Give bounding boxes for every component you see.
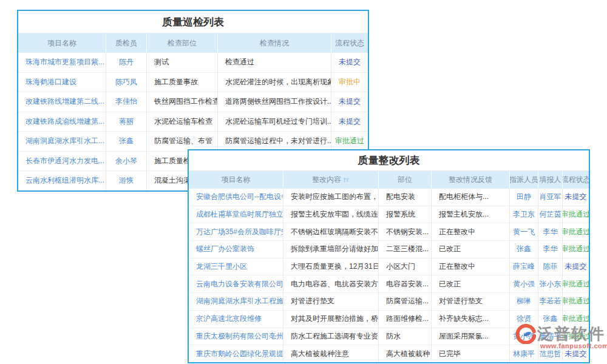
- column-header-status[interactable]: 流程状态: [563, 171, 589, 189]
- project-name-link[interactable]: 改建铁路线增建第二线...: [18, 92, 106, 112]
- fanpu-logo-icon: [516, 324, 536, 344]
- reporter-name-link[interactable]: 陈菲: [538, 258, 563, 275]
- status-badge: 审批通过: [563, 206, 589, 223]
- status-badge: 审批通过: [331, 132, 368, 151]
- rectify-content-text: 防水工程施工选调有专业资质...: [283, 328, 379, 345]
- watermark: 泛普软件 www.fanpusoft.com: [516, 323, 607, 349]
- assignee-name-link[interactable]: 张鑫: [510, 241, 538, 258]
- rectification-table-title: 质量整改列表: [189, 150, 589, 171]
- column-header-label: 整改情况反馈: [449, 175, 492, 185]
- status-badge: 审批通过: [563, 223, 589, 240]
- table-row[interactable]: 云南电力设备安装有限公司20...电力电容器、电抗器安装方案,...电容器安装.…: [189, 275, 589, 293]
- inspection-situation-text: 水泥砼运输车司机经过专门培训...: [218, 112, 331, 132]
- sort-icon[interactable]: [343, 177, 350, 183]
- project-name-link[interactable]: 螺丝厂办公室装饰: [189, 241, 283, 258]
- table-row[interactable]: 龙湖三千里小区大理石质量更换，12月31日之...小区大门正在整改中薛宝峰陈菲未…: [189, 258, 589, 276]
- rectify-content-text: 电力电容器、电抗器安装方案,...: [283, 275, 379, 292]
- part-text: 高大植被栽种: [379, 345, 432, 362]
- project-name-link[interactable]: 湖南洞庭湖水库引水工...: [18, 132, 106, 151]
- project-name-link[interactable]: 京沪高速北京段维修: [189, 311, 283, 328]
- watermark-brand-text: 泛普软件: [537, 323, 605, 345]
- feedback-text: 补齐缺失标志...: [432, 311, 510, 328]
- inspector-name-link[interactable]: 陈巧凤: [106, 73, 147, 92]
- table-row[interactable]: 珠海市城市更新项目紫...陈丹测试检查通过未提交: [18, 53, 368, 73]
- assignee-name-link[interactable]: 田静: [510, 189, 538, 206]
- project-name-link[interactable]: 改建铁路成渝线增建第...: [18, 112, 106, 132]
- column-header-part[interactable]: 检查部位: [147, 33, 218, 53]
- assignee-name-link[interactable]: 黄小强: [510, 275, 538, 292]
- column-header-label: 整改内容: [312, 175, 341, 185]
- column-header-feedback[interactable]: 整改情况反馈: [432, 171, 510, 189]
- reporter-name-link[interactable]: 肖亚军: [538, 189, 563, 206]
- column-header-label: 检查部位: [168, 38, 197, 49]
- part-text: 报警系统: [379, 206, 432, 223]
- inspector-name-link[interactable]: 蒋丽: [106, 112, 147, 132]
- status-badge: 未提交: [331, 112, 368, 132]
- project-name-link[interactable]: 龙湖三千里小区: [189, 258, 283, 275]
- reporter-name-link[interactable]: 李华: [538, 223, 563, 240]
- project-name-link[interactable]: 云南水利枢纽潜明水库...: [18, 171, 106, 190]
- rectify-content-text: 大理石质量更换，12月31日之...: [283, 258, 379, 275]
- reporter-name-link[interactable]: 张小东: [538, 275, 563, 292]
- table-row[interactable]: 螺丝厂办公室装饰拆除到承重墙部分请做好加固...二至三楼混...已改正张鑫李华审…: [189, 241, 589, 258]
- project-name-link[interactable]: 万达广场35#会所及咖啡厅空...: [189, 223, 283, 240]
- table-row[interactable]: 成都杜甫草堂临时展厅独立展...报警主机安放牢固，线缆连接...报警系统报警主机…: [189, 206, 589, 224]
- inspection-part-text: 铁丝网围挡工作检查: [147, 92, 218, 112]
- inspection-part-text: 水泥砼运输车检查: [147, 112, 218, 132]
- column-header-reporter[interactable]: 填报人: [538, 171, 563, 189]
- inspector-name-link[interactable]: 游恢: [106, 171, 147, 190]
- reporter-name-link[interactable]: 何芷茵: [538, 206, 563, 223]
- assignee-name-link[interactable]: 李卫东: [510, 206, 538, 223]
- project-name-link[interactable]: 珠海鹤港口建设: [18, 73, 106, 92]
- table-row[interactable]: 湖南洞庭湖水库引水工...张鑫防腐管运输、布管防腐管运输过程中，未对管进行...…: [18, 132, 368, 152]
- status-badge: 未提交: [331, 92, 368, 112]
- project-name-link[interactable]: 重庆市鹅岭公园绿化景观提升...: [189, 345, 283, 362]
- reporter-name-link[interactable]: 李华: [538, 241, 563, 258]
- status-badge: 审批通过: [563, 275, 589, 292]
- inspector-name-link[interactable]: 余小琴: [106, 152, 147, 171]
- status-badge: 审批通过: [563, 241, 589, 258]
- rectification-table-header-row: 项目名称整改内容部位整改情况反馈指派人员填报人流程状态: [189, 171, 589, 189]
- reporter-name-link[interactable]: 李若若: [538, 293, 563, 310]
- rectify-content-text: 安装时应按施工图的布置，将...: [283, 189, 379, 206]
- column-header-inspector[interactable]: 质检员: [106, 33, 147, 53]
- column-header-label: 填报人: [540, 175, 561, 185]
- table-row[interactable]: 万达广场35#会所及咖啡厅空...不锈钢边框玻璃隔断安装不牢...不锈钢安装..…: [189, 223, 589, 241]
- project-name-link[interactable]: 安徽合肥供电公司--配电设备...: [189, 189, 283, 206]
- column-header-assignee[interactable]: 指派人员: [510, 171, 538, 189]
- inspection-part-text: 防腐管运输、布管: [147, 132, 218, 151]
- column-header-label: 项目名称: [222, 175, 251, 185]
- column-header-content[interactable]: 整改内容: [283, 171, 379, 189]
- status-badge: 审批中: [331, 73, 368, 92]
- part-text: 电容器安装...: [379, 275, 432, 292]
- column-header-project[interactable]: 项目名称: [189, 171, 283, 189]
- project-name-link[interactable]: 成都杜甫草堂临时展厅独立展...: [189, 206, 283, 223]
- rectify-content-text: 对管进行垫支: [283, 293, 379, 310]
- table-row[interactable]: 安徽合肥供电公司--配电设备...安装时应按施工图的布置，将...配电安装配电柜…: [189, 189, 589, 206]
- project-name-link[interactable]: 珠海市城市更新项目紫...: [18, 53, 106, 72]
- inspector-name-link[interactable]: 李佳怡: [106, 92, 147, 112]
- column-header-project[interactable]: 项目名称: [18, 33, 106, 53]
- inspector-name-link[interactable]: 张鑫: [106, 132, 147, 151]
- inspection-table-header-row: 项目名称质检员检查部位检查情况流程状态: [18, 33, 368, 53]
- assignee-name-link[interactable]: 黄一飞: [510, 223, 538, 240]
- column-header-label: 指派人员: [510, 175, 538, 185]
- table-row[interactable]: 珠海鹤港口建设陈巧凤施工质量事故水泥砼灌注的时候，出现离析现象审批中: [18, 73, 368, 93]
- rectify-content-text: 报警主机安放牢固，线缆连接...: [283, 206, 379, 223]
- column-header-part[interactable]: 部位: [379, 171, 432, 189]
- rectify-content-text: 高大植被栽种注意: [283, 345, 379, 362]
- assignee-name-link[interactable]: 柳琳: [510, 293, 538, 310]
- project-name-link[interactable]: 长春市伊通河水力发电...: [18, 152, 106, 171]
- table-row[interactable]: 改建铁路线增建第二线...李佳怡铁丝网围挡工作检查道路两侧铁丝网围挡工作按设计.…: [18, 92, 368, 112]
- assignee-name-link[interactable]: 薛宝峰: [510, 258, 538, 275]
- column-header-situation[interactable]: 检查情况: [218, 33, 331, 53]
- project-name-link[interactable]: 湖南洞庭湖水库引水工程施工I标: [189, 293, 283, 310]
- table-row[interactable]: 湖南洞庭湖水库引水工程施工I标对管进行垫支防腐管运输...对管进行垫支柳琳李若若…: [189, 293, 589, 311]
- inspector-name-link[interactable]: 陈丹: [106, 53, 147, 72]
- status-badge: 审批通过: [563, 293, 589, 310]
- project-name-link[interactable]: 云南电力设备安装有限公司20...: [189, 275, 283, 292]
- table-row[interactable]: 改建铁路成渝线增建第...蒋丽水泥砼运输车检查水泥砼运输车司机经过专门培训...…: [18, 112, 368, 132]
- inspection-situation-text: 水泥砼灌注的时候，出现离析现象: [218, 73, 331, 92]
- column-header-status[interactable]: 流程状态: [331, 33, 368, 53]
- project-name-link[interactable]: 重庆太极制药有限公司亳州中...: [189, 328, 283, 345]
